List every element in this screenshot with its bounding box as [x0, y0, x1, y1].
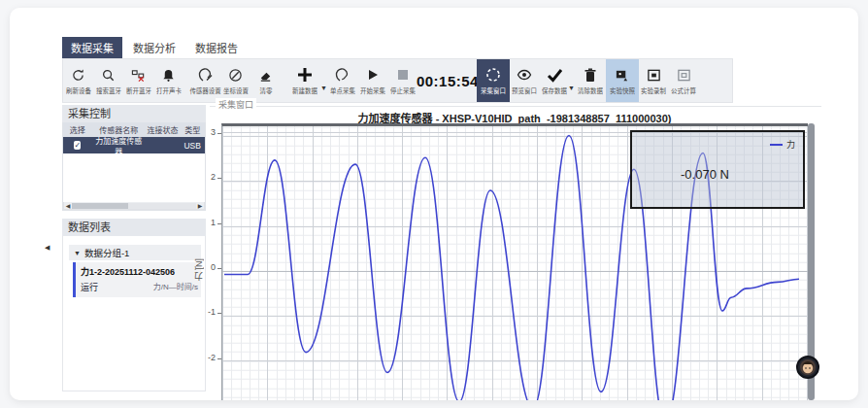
y-axis-label: 力 [N]	[192, 258, 205, 281]
chevron-down-icon: ▼	[74, 250, 81, 256]
single-point-button[interactable]: 单点采集	[328, 59, 358, 102]
toolbar-gap	[281, 59, 287, 102]
play-icon	[366, 67, 380, 84]
plus-icon	[296, 67, 314, 84]
sensor-row[interactable]: ✓ 力加速度传感器 USB	[63, 137, 205, 153]
collect-timer: 00:15:54	[418, 59, 477, 102]
disconnect-bluetooth-button[interactable]: 断开蓝牙	[123, 59, 153, 102]
chart-plot-area[interactable]: 力 -0.070 N	[221, 123, 808, 400]
hscroll-thumb[interactable]	[72, 203, 128, 209]
edit-circle-icon	[228, 67, 243, 84]
sensor-table: 选择 传感器名称 连接状态 类型 ✓ 力加速度传感器 USB ◀ ▶	[62, 122, 206, 211]
scroll-right-icon[interactable]: ▶	[196, 202, 204, 210]
stop-icon	[397, 67, 409, 84]
panel-collapse-handle[interactable]: ◀	[45, 244, 50, 252]
stop-collect-button[interactable]: 停止采集	[388, 59, 418, 102]
data-group-row[interactable]: ▼ 数据分组-1	[69, 245, 201, 260]
data-list-body: ▼ 数据分组-1 力1-2-20251112-042506 ⋮ 运行 力/N—时…	[62, 236, 206, 391]
eraser-icon	[258, 67, 273, 84]
left-panel: 采集控制 选择 传感器名称 连接状态 类型 ✓ 力加速度传感器 USB ◀ ▶	[62, 105, 206, 391]
search-bluetooth-button[interactable]: 搜索蓝牙	[93, 59, 123, 102]
app-window: 数据采集 数据分析 数据报告 刷新设备 搜索蓝牙 断开蓝牙 打开声卡	[10, 8, 858, 400]
data-item-name: 力1-2-20251112-042506	[81, 265, 198, 278]
toolbar-gap	[184, 59, 190, 102]
selection-circle-icon	[485, 67, 501, 84]
snapshot-icon	[615, 67, 629, 84]
plot-settings-button[interactable]: 坐标设置	[220, 59, 250, 102]
ear-pencil-icon	[198, 67, 214, 84]
legend-label: 力	[786, 138, 795, 151]
main-tabs: 数据采集 数据分析 数据报告	[62, 37, 247, 58]
open-soundcard-button[interactable]: 打开声卡	[153, 59, 184, 102]
tab-data-collect[interactable]: 数据采集	[62, 37, 122, 58]
search-icon	[101, 67, 116, 84]
tab-data-analysis[interactable]: 数据分析	[124, 37, 184, 58]
assistant-avatar-button[interactable]	[796, 356, 819, 379]
y-tick-3: 3	[200, 127, 216, 137]
refresh-icon	[71, 67, 85, 84]
chart-legend: 力	[770, 138, 795, 151]
avatar-face-icon	[799, 358, 817, 376]
save-data-button[interactable]: 保存数据	[540, 59, 570, 102]
annotation-value: -0.070 N	[681, 167, 729, 182]
y-tick-1: 1	[200, 218, 216, 227]
collection-control-header: 采集控制	[62, 105, 206, 122]
bell-icon	[161, 67, 176, 84]
chart-groupbox-label: 采集窗口	[216, 98, 256, 111]
sensor-settings-button[interactable]: 传感器设置	[190, 59, 220, 102]
sensor-name: 力加速度传感器	[92, 135, 146, 156]
experiment-record-button[interactable]: 实验录制	[639, 59, 669, 102]
chart-groupbox-line	[210, 106, 821, 107]
refresh-device-button[interactable]: 刷新设备	[63, 59, 93, 102]
ear-icon	[335, 67, 351, 84]
legend-line-swatch	[770, 144, 783, 146]
data-item-axes: 力/N—时间/s	[153, 281, 198, 293]
sensor-table-hscroll[interactable]: ◀ ▶	[63, 202, 205, 210]
y-tick-m1: -1	[200, 307, 216, 317]
selection-annotation-box[interactable]: 力 -0.070 N	[630, 130, 805, 209]
data-list-header: 数据列表	[62, 219, 206, 236]
sensor-type: USB	[180, 141, 205, 151]
eye-icon	[517, 67, 532, 84]
toolbar: 刷新设备 搜索蓝牙 断开蓝牙 打开声卡 传感器设置 坐标设置	[62, 58, 733, 103]
formula-icon	[677, 67, 691, 84]
sensor-checkbox[interactable]: ✓	[74, 141, 81, 150]
trash-icon	[584, 67, 597, 84]
start-collect-button[interactable]: 开始采集	[358, 59, 388, 102]
formula-calc-button[interactable]: 公式计算	[669, 59, 699, 102]
check-icon	[547, 67, 563, 84]
scroll-left-icon[interactable]: ◀	[64, 202, 72, 210]
experiment-snapshot-button[interactable]: 实验快照	[606, 59, 639, 102]
sensor-table-body	[63, 153, 205, 202]
data-item-status: 运行	[81, 281, 98, 293]
new-data-button[interactable]: 新建数据	[287, 59, 322, 102]
y-tick-2: 2	[200, 172, 216, 182]
y-tick-m2: -2	[200, 353, 216, 362]
clear-data-button[interactable]: 清除数据	[576, 59, 606, 102]
data-list-section: 数据列表 ▼ 数据分组-1 力1-2-20251112-042506 ⋮ 运行 …	[62, 219, 206, 391]
data-item[interactable]: 力1-2-20251112-042506 ⋮ 运行 力/N—时间/s	[73, 262, 201, 297]
bluetooth-disconnect-icon	[131, 67, 146, 84]
record-icon	[647, 67, 661, 84]
zero-button[interactable]: 清零	[250, 59, 281, 102]
collection-window-button[interactable]: 采集窗口	[477, 59, 510, 102]
tab-data-report[interactable]: 数据报告	[186, 37, 247, 58]
preview-window-button[interactable]: 预览窗口	[510, 59, 540, 102]
